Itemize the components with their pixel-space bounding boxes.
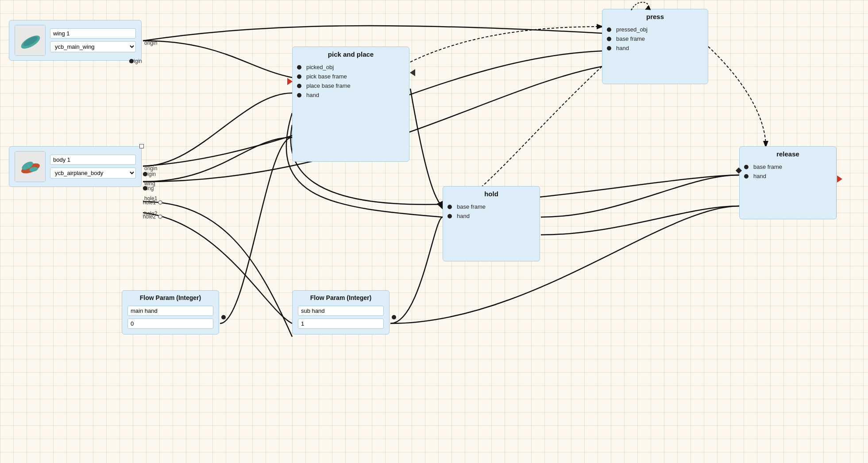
flow-param-1-value[interactable] <box>127 319 213 329</box>
flow-param-2-title: Flow Param (Integer) <box>293 291 389 304</box>
release-base-frame-dot[interactable] <box>744 165 748 169</box>
port-pick-base-frame: pick base frame <box>293 72 409 81</box>
port-hold-base-frame: base frame <box>443 202 540 211</box>
press-base-frame-label: base frame <box>616 35 645 42</box>
flow-param-2-node: Flow Param (Integer) <box>292 290 390 335</box>
press-node: press pressed_obj base frame hand <box>602 9 708 84</box>
flow-param-1-fields <box>122 304 219 334</box>
port-hold-hand: hand <box>443 211 540 221</box>
flow-param-1-name[interactable] <box>127 306 213 316</box>
press-hand-dot[interactable] <box>607 46 611 51</box>
wing-node: wing 1 ycb_main_wing origin <box>9 20 142 61</box>
body-origin-outside: origin <box>144 165 157 171</box>
hold-node: hold base frame hand <box>443 186 540 261</box>
wing-model-select[interactable]: ycb_main_wing <box>50 41 136 52</box>
release-node: release base frame hand <box>739 146 837 219</box>
body-top-port[interactable] <box>139 144 144 148</box>
hand-pnp-dot[interactable] <box>297 93 301 97</box>
pressed-obj-label: pressed_obj <box>616 26 648 33</box>
wing-image <box>15 25 46 56</box>
port-pressed-obj: pressed_obj <box>602 25 708 34</box>
body-model-select[interactable]: ycb_airplane_body <box>50 167 136 179</box>
hold-base-frame-label: base frame <box>457 203 486 210</box>
press-loop-icon <box>629 1 651 16</box>
port-press-hand: hand <box>602 43 708 53</box>
pick-and-place-ports: picked_obj pick base frame place base fr… <box>293 61 409 103</box>
picked-obj-dot[interactable] <box>297 65 301 70</box>
body-wing-outside: wing <box>144 180 157 187</box>
place-base-frame-label: place base frame <box>306 82 351 89</box>
hand-pnp-label: hand <box>306 92 319 98</box>
place-base-frame-dot[interactable] <box>297 84 301 88</box>
flow-param-1-node: Flow Param (Integer) <box>122 290 219 335</box>
body-hole1-port[interactable] <box>158 200 162 205</box>
release-exit-port[interactable] <box>837 175 842 184</box>
press-title: press <box>602 9 708 23</box>
release-hand-dot[interactable] <box>744 174 748 179</box>
pick-base-frame-label: pick base frame <box>306 73 347 80</box>
release-ports: base frame hand <box>740 160 836 184</box>
release-hand-label: hand <box>753 173 766 179</box>
release-base-frame-label: base frame <box>753 163 782 170</box>
hold-hand-label: hand <box>457 213 470 219</box>
body-ports-outside: origin wing hole1 hole2 <box>144 165 157 217</box>
pick-and-place-exit-port[interactable] <box>410 69 415 78</box>
pick-base-frame-dot[interactable] <box>297 74 301 79</box>
port-release-hand: hand <box>740 171 836 181</box>
hold-hand-dot[interactable] <box>448 214 452 218</box>
wing-fields: wing 1 ycb_main_wing <box>50 28 136 52</box>
wing-origin-outside-label: origin <box>144 40 157 46</box>
body-hole2-outside: hole2 <box>144 210 157 217</box>
port-release-base-frame: base frame <box>740 162 836 171</box>
hold-ports: base frame hand <box>443 200 540 224</box>
port-place-base-frame: place base frame <box>293 81 409 90</box>
body-image <box>15 151 46 182</box>
wing-origin-port[interactable] <box>129 59 134 63</box>
flow-param-1-title: Flow Param (Integer) <box>122 291 219 304</box>
pick-and-place-trigger-port[interactable] <box>287 78 293 87</box>
pressed-obj-dot[interactable] <box>607 27 611 32</box>
release-title: release <box>740 147 836 160</box>
wing-name-input[interactable]: wing 1 <box>50 28 136 39</box>
pick-and-place-node: pick and place picked_obj pick base fram… <box>292 47 409 162</box>
body-node: body 1 ycb_airplane_body origin wing hol… <box>9 146 142 187</box>
body-fields: body 1 ycb_airplane_body <box>50 155 136 179</box>
flow-param-2-fields <box>293 304 389 334</box>
press-hand-label: hand <box>616 45 629 51</box>
body-hole2-port[interactable] <box>158 214 162 219</box>
flow-param-2-value[interactable] <box>298 319 384 329</box>
port-picked-obj: picked_obj <box>293 62 409 72</box>
hold-base-frame-dot[interactable] <box>448 205 452 209</box>
port-press-base-frame: base frame <box>602 34 708 43</box>
pick-and-place-title: pick and place <box>293 47 409 61</box>
flow-param-2-name[interactable] <box>298 306 384 316</box>
press-base-frame-dot[interactable] <box>607 37 611 41</box>
picked-obj-label: picked_obj <box>306 64 334 70</box>
hold-title: hold <box>443 187 540 200</box>
body-name-input[interactable]: body 1 <box>50 155 136 165</box>
press-ports: pressed_obj base frame hand <box>602 23 708 56</box>
body-hole1-outside: hole1 <box>144 195 157 202</box>
wing-origin-outside: origin <box>144 40 157 46</box>
port-hand-pnp: hand <box>293 90 409 100</box>
